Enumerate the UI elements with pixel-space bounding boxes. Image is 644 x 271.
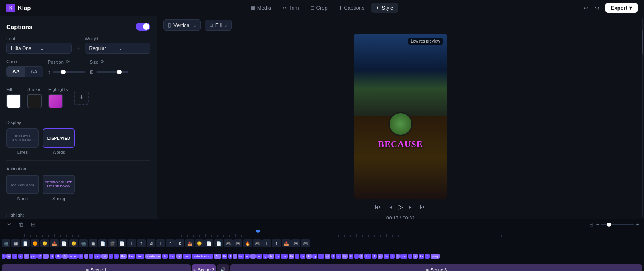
track-text-chip[interactable]: pc [94,254,100,259]
track-text-chip[interactable]: sentence [145,254,161,259]
track-text-chip[interactable]: ente [68,254,78,259]
zoom-out-button[interactable]: − [596,221,599,228]
track-text-chip[interactable]: lv [384,254,389,259]
track-text-chip[interactable]: v [336,254,341,259]
track-text-chip[interactable]: to [238,254,244,259]
track-text-chip[interactable]: just [183,254,191,259]
add-color-button[interactable]: + [74,91,89,105]
track-text-chip[interactable]: fr [24,254,29,259]
scene-2-bar[interactable]: ⊞ Scene 2 [192,264,216,271]
case-titlecase-button[interactable]: Aa [25,67,42,77]
track-text-chip[interactable]: l [228,254,232,259]
tab-trim[interactable]: ✂ Trim [278,3,304,13]
track-text-chip[interactable]: v [6,254,11,259]
stroke-color-swatch[interactable] [27,94,42,108]
captions-toggle[interactable] [136,23,150,31]
track-text-chip[interactable]: An [214,254,221,259]
track-text-chip[interactable]: fi [50,254,54,259]
zoom-in-button[interactable]: + [636,221,639,228]
track-text-chip[interactable]: g [312,254,317,259]
track-text-chip[interactable]: entertaining. [192,254,213,259]
tab-style[interactable]: ✦ Style [371,3,398,13]
track-text-chip[interactable]: b [275,254,280,259]
export-button[interactable]: Export ▾ [605,3,638,13]
track-text-chip[interactable]: lik [55,254,62,259]
skip-forward-end-button[interactable]: ⏭ [417,202,429,212]
track-text-chip[interactable]: fl [372,254,377,259]
track-text-chip[interactable]: v [413,254,418,259]
scene-3-bar[interactable]: ⊞ Scene 3 [230,264,642,271]
scissors-button[interactable]: ✂ [5,221,13,228]
skip-back-start-button[interactable]: ⏮ [372,202,384,212]
animation-spring-preview[interactable]: SPRING BOUNCEUP AND DOWN [43,175,75,194]
track-text-chip[interactable]: r [109,254,113,259]
track-text-chip[interactable]: w [300,254,306,259]
track-text-chip[interactable]: w [378,254,383,259]
track-text-chip[interactable]: the [128,254,135,259]
track-text-chip[interactable]: th [419,254,425,259]
highlights-color-swatch[interactable] [48,94,63,108]
track-text-chip[interactable]: of [176,254,182,259]
track-text-chip[interactable]: l [331,254,335,259]
track-text-chip[interactable]: li [354,254,359,259]
tab-media[interactable]: ▦ Media [246,3,276,13]
track-text-chip[interactable]: th [222,254,228,259]
format-selector[interactable]: ▯ Vertical ⌄ [163,19,201,31]
display-lines-preview[interactable]: DISPLAYEDIN MULTI-LINES [6,128,39,148]
track-text-chip[interactable]: tc [268,254,274,259]
position-slider[interactable] [53,71,85,73]
track-text-chip[interactable]: first [136,254,144,259]
track-text-chip[interactable]: lc [250,254,256,259]
fill-mode-selector[interactable]: ⊞ Fill ⌄ [205,20,232,31]
track-text-chip[interactable]: ge [281,254,288,259]
zoom-slider[interactable] [601,224,634,225]
step-forward-button[interactable]: ▸ [406,201,414,212]
track-text-chip[interactable]: l [408,254,412,259]
animation-none-preview[interactable]: NO ANIMATION [6,175,39,194]
zoom-fit-button[interactable]: ⊟ [589,221,594,228]
track-text-chip[interactable]: w [256,254,262,259]
track-text-chip[interactable]: fr [62,254,68,259]
font-select[interactable]: Lilita One ⌄ [6,43,72,54]
track-text-chip[interactable]: e [18,254,23,259]
track-text-chip[interactable]: se [400,254,407,259]
track-text-chip[interactable]: b [306,254,311,259]
case-uppercase-button[interactable]: AA [7,67,25,77]
track-text-chip[interactable]: k [114,254,119,259]
layers-button[interactable]: ⊞ [29,221,37,228]
track-text-chip[interactable]: fl [349,254,353,259]
play-button[interactable]: ▷ [398,203,403,211]
track-text-chip[interactable]: f [396,254,400,259]
scene-2-audio-bar[interactable]: 🔊 [217,264,229,271]
track-text-chip[interactable]: th [289,254,295,259]
track-text-chip[interactable]: th [318,254,324,259]
track-text-chip[interactable]: let [101,254,108,259]
track-text-chip[interactable]: f [89,254,93,259]
step-back-button[interactable]: ◂ [387,201,395,212]
track-text-chip[interactable]: st [325,254,330,259]
track-text-chip[interactable]: if [37,254,42,259]
track-text-chip[interactable]: v [245,254,250,259]
redo-button[interactable]: ↪ [592,3,602,13]
track-text-chip[interactable]: di [43,254,49,259]
track-text-chip[interactable]: th [342,254,348,259]
display-words-preview[interactable]: DISPLAYED [43,128,75,148]
track-text-chip[interactable]: Be [120,254,127,259]
track-text-chip[interactable]: Is [162,254,168,259]
track-text-chip[interactable]: kn [169,254,175,259]
track-text-chip[interactable]: t [295,254,299,259]
size-slider[interactable] [96,71,128,73]
track-text-chip[interactable]: fl [425,254,430,259]
fill-color-swatch[interactable] [6,94,21,108]
weight-select[interactable]: Regular ⌄ [85,43,150,54]
track-text-chip[interactable]: po [30,254,37,259]
position-reset-icon[interactable]: ⟳ [66,59,70,64]
track-text-chip[interactable]: ti [390,254,395,259]
track-text-chip[interactable]: l [233,254,237,259]
track-text-chip[interactable]: l [359,254,363,259]
add-font-icon[interactable]: + [76,45,80,51]
track-text-chip[interactable]: y [263,254,268,259]
undo-button[interactable]: ↩ [581,3,591,13]
tab-crop[interactable]: ⊡ Crop [305,3,332,13]
tab-captions[interactable]: T Captions [334,3,369,13]
